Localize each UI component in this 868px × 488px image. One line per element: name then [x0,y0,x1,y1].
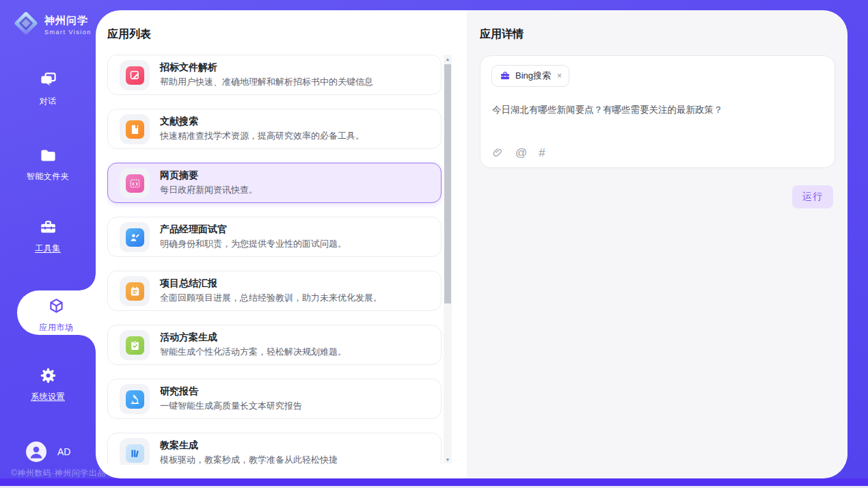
logo-subtitle: Smart Vision [44,29,92,36]
prompt-card: Bing搜索 × 今日湖北有哪些新闻要点？有哪些需要关注的最新政策？ @ # [480,55,835,168]
folder-icon [38,146,57,165]
project-report-icon [120,276,150,306]
app-description: 全面回顾项目进展，总结经验教训，助力未来优化发展。 [160,292,382,304]
app-logo: 神州问学 Smart Vision [12,10,92,40]
lesson-plan-icon [120,438,150,465]
briefcase-icon [500,70,511,81]
sidebar-item-label: 应用市场 [17,322,96,334]
gear-icon [38,366,57,385]
tool-chip-label: Bing搜索 [515,70,551,82]
app-name: 项目总结汇报 [160,277,217,290]
sidebar-item-tools[interactable]: 工具集 [0,217,96,254]
app-description: 明确身份和职责，为您提供专业性的面试问题。 [160,238,347,250]
sidebar-item-label: 对话 [0,96,96,107]
app-name: 研究报告 [160,385,198,398]
app-name: 活动方案生成 [160,331,217,344]
scrollbar-down-icon[interactable]: ▼ [444,455,452,463]
copyright-text: ©神州数码·神州问学出品 [11,467,106,479]
mention-icon[interactable]: @ [515,147,527,159]
user-name: AD [57,446,70,457]
attachment-icon[interactable] [492,147,504,159]
app-description: 快速精准查找学术资源，提高研究效率的必备工具。 [160,130,364,142]
app-description: 每日政府新闻资讯快查。 [160,184,258,196]
app-list-title: 应用列表 [107,27,151,42]
avatar [26,442,46,462]
app-card[interactable]: 教案生成模板驱动，教案秒成，教学准备从此轻松快捷 [107,433,442,465]
literature-book-icon [120,114,150,144]
scrollbar[interactable]: ▲ ▼ [444,55,452,463]
app-description: 模板驱动，教案秒成，教学准备从此轻松快捷 [160,454,338,465]
logo-title: 神州问学 [44,14,92,27]
app-name: 文献搜索 [160,116,198,128]
sidebar-item-market[interactable]: 应用市场 [17,290,96,335]
app-name: 网页摘要 [160,170,198,182]
app-card[interactable]: 活动方案生成智能生成个性化活动方案，轻松解决规划难题。 [107,325,442,365]
chat-icon [38,70,57,90]
toolbox-icon [38,217,57,236]
scrollbar-thumb[interactable] [444,64,451,303]
app-name: 产品经理面试官 [160,223,227,236]
app-card[interactable]: 文献搜索快速精准查找学术资源，提高研究效率的必备工具。 [107,109,442,149]
logo-diamond-icon [12,10,40,40]
user-account[interactable]: AD [26,442,70,462]
pm-interviewer-icon [120,222,150,252]
sidebar: 神州问学 Smart Vision 对话 智能文件夹 工具集 应用市场 系统设置… [0,0,96,488]
tender-doc-icon [120,60,150,90]
web-summary-icon [120,168,150,198]
app-name: 招标文件解析 [160,62,217,74]
app-detail-title: 应用详情 [480,27,524,42]
app-list: 招标文件解析帮助用户快速、准确地理解和解析招标书中的关键信息 文献搜索快速精准查… [107,55,443,465]
app-detail-panel: 应用详情 Bing搜索 × 今日湖北有哪些新闻要点？有哪些需要关注的最新政策？ [467,10,847,478]
app-description: 智能生成个性化活动方案，轻松解决规划难题。 [160,346,347,358]
bottom-bar [0,478,868,486]
app-card[interactable]: 项目总结汇报全面回顾项目进展，总结经验教训，助力未来优化发展。 [107,271,442,311]
cube-icon [47,297,66,316]
run-button[interactable]: 运行 [792,185,833,208]
sidebar-item-label: 工具集 [0,243,96,254]
content-panel: 应用列表 招标文件解析帮助用户快速、准确地理解和解析招标书中的关键信息 文献搜索… [96,10,847,478]
sidebar-item-label: 智能文件夹 [0,171,96,182]
app-description: 帮助用户快速、准确地理解和解析招标书中的关键信息 [160,76,373,88]
chip-close-icon[interactable]: × [557,71,562,81]
sidebar-item-label: 系统设置 [0,391,96,403]
research-report-icon [120,384,150,414]
scrollbar-up-icon[interactable]: ▲ [444,55,452,63]
sidebar-item-folders[interactable]: 智能文件夹 [0,146,96,182]
app-card[interactable]: 招标文件解析帮助用户快速、准确地理解和解析招标书中的关键信息 [107,55,442,95]
app-description: 一键智能生成高质量长文本研究报告 [160,400,302,412]
hash-icon[interactable]: # [539,147,545,159]
prompt-input[interactable]: 今日湖北有哪些新闻要点？有哪些需要关注的最新政策？ [492,104,820,116]
app-card[interactable]: 网页摘要每日政府新闻资讯快查。 [107,163,442,203]
event-plan-icon [120,330,150,360]
app-name: 教案生成 [160,439,198,452]
sidebar-item-settings[interactable]: 系统设置 [0,366,96,403]
app-card[interactable]: 产品经理面试官明确身份和职责，为您提供专业性的面试问题。 [107,217,442,257]
app-card[interactable]: 研究报告一键智能生成高质量长文本研究报告 [107,379,442,419]
tool-chip-bing-search[interactable]: Bing搜索 × [491,65,569,87]
sidebar-item-chat[interactable]: 对话 [0,70,96,107]
